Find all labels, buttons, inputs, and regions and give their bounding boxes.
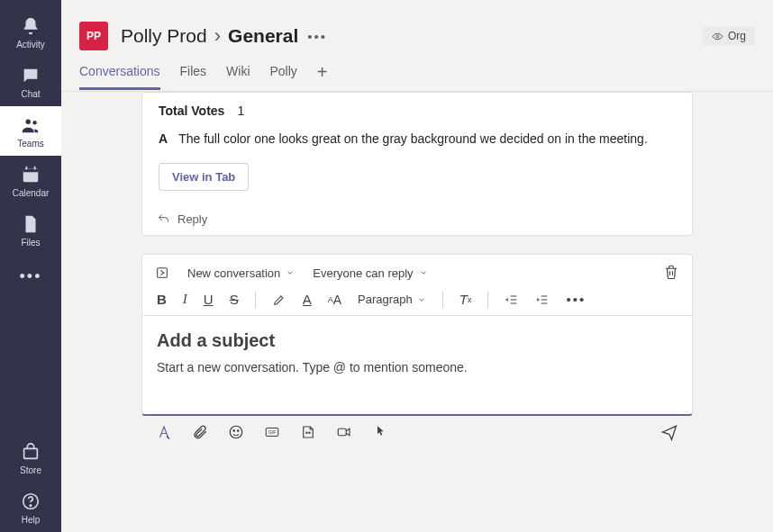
sticker-button[interactable] [300,424,316,440]
reply-label: Reply [177,212,207,226]
reply-icon [157,212,170,226]
extensions-button[interactable] [372,424,388,440]
channel-header: PP Polly Prod › General ••• Org [61,0,773,58]
reply-scope-dropdown[interactable]: Everyone can reply [313,266,427,280]
view-in-tab-button[interactable]: View in Tab [159,163,249,191]
channel-name[interactable]: General [228,25,298,47]
more-format-button[interactable]: ••• [566,292,586,307]
svg-text:GIF: GIF [268,429,277,435]
total-votes-label: Total Votes [159,104,224,118]
store-icon [21,442,41,462]
conv-type-label: New conversation [187,266,280,280]
paragraph-style-dropdown[interactable]: Paragraph [358,293,426,306]
rail-label: Calendar [13,188,50,198]
help-icon [21,491,41,511]
attach-button[interactable] [192,424,208,440]
rail-calendar[interactable]: Calendar [0,156,61,205]
header-title: Polly Prod › General ••• [121,24,327,48]
svg-point-8 [30,505,31,506]
compose-textarea[interactable]: Add a subject Start a new conversation. … [142,316,692,414]
team-name[interactable]: Polly Prod [121,25,207,47]
subject-placeholder[interactable]: Add a subject [157,330,678,351]
app-rail: Activity Chat Teams Calendar Files ••• S… [0,0,61,532]
team-tile: PP [79,22,108,50]
svg-point-12 [233,429,235,431]
clear-format-button[interactable]: Tx [459,292,472,307]
discard-button[interactable] [663,264,679,283]
separator [442,292,443,308]
answer-text: The full color one looks great on the gr… [178,131,676,149]
compose-expand-icon[interactable] [155,266,169,280]
file-icon [21,214,41,234]
paragraph-label: Paragraph [358,293,413,306]
eye-icon [712,31,723,42]
svg-point-16 [306,432,307,433]
add-tab-button[interactable]: + [317,62,328,92]
svg-rect-6 [24,448,38,458]
tab-wiki[interactable]: Wiki [226,64,250,90]
separator [487,292,488,308]
cursor-pointer-icon [372,424,388,440]
answer-letter: A [159,131,168,149]
svg-rect-4 [26,167,28,170]
strike-button[interactable]: S [230,292,239,307]
teams-icon [21,115,41,135]
separator [255,292,256,308]
main-area: PP Polly Prod › General ••• Org Conversa… [61,0,773,532]
bell-icon [21,16,41,36]
underline-button[interactable]: U [204,292,214,307]
gif-button[interactable]: GIF [264,424,280,440]
emoji-button[interactable] [228,424,244,440]
calendar-icon [21,165,41,185]
font-size-button[interactable]: AA [328,293,341,307]
body-placeholder[interactable]: Start a new conversation. Type @ to ment… [157,360,678,374]
total-votes-count: 1 [237,104,244,118]
chevron-down-icon [286,268,295,277]
outdent-button[interactable] [505,293,519,307]
indent-button[interactable] [535,293,550,307]
trash-icon [663,264,679,280]
rail-label: Help [22,515,41,525]
tab-files[interactable]: Files [180,64,207,90]
compose-box: New conversation Everyone can reply B I … [141,254,693,416]
svg-point-0 [26,120,32,125]
org-label: Org [728,30,746,42]
chevron-down-icon [417,295,426,304]
rail-label: Store [20,465,41,475]
send-button[interactable] [660,423,678,441]
svg-point-17 [309,432,310,433]
rail-activity[interactable]: Activity [0,7,61,57]
rail-teams[interactable]: Teams [0,106,61,156]
compose-actions: GIF [141,416,693,454]
conversation-type-dropdown[interactable]: New conversation [187,266,295,280]
svg-point-11 [230,426,242,438]
meetnow-button[interactable] [336,424,352,440]
font-color-button[interactable]: A [303,292,312,307]
rail-files[interactable]: Files [0,205,61,255]
rail-help[interactable]: Help [0,482,61,532]
rail-label: Teams [17,139,43,149]
channel-tabs: Conversations Files Wiki Polly + [61,58,773,92]
chevron-down-icon [419,268,428,277]
rail-label: Files [21,238,40,248]
rail-store[interactable]: Store [0,433,61,482]
format-toolbar: B I U S A AA Paragraph Tx ••• [142,288,692,316]
highlight-button[interactable] [272,293,286,307]
bold-button[interactable]: B [157,292,167,307]
header-more-icon[interactable]: ••• [307,29,327,44]
tab-polly[interactable]: Polly [270,64,297,90]
rail-label: Chat [21,89,40,99]
tab-conversations[interactable]: Conversations [79,64,160,90]
reply-button[interactable]: Reply [142,205,692,235]
italic-button[interactable]: I [183,292,187,307]
chevron-right-icon: › [214,24,221,48]
rail-more[interactable]: ••• [0,255,61,299]
org-chip[interactable]: Org [703,27,755,45]
svg-point-9 [716,35,719,38]
rail-chat[interactable]: Chat [0,57,61,106]
chat-icon [21,66,41,86]
svg-rect-3 [23,169,39,173]
svg-rect-5 [34,167,36,170]
reply-scope-label: Everyone can reply [313,266,413,280]
format-toggle-button[interactable] [156,424,172,440]
